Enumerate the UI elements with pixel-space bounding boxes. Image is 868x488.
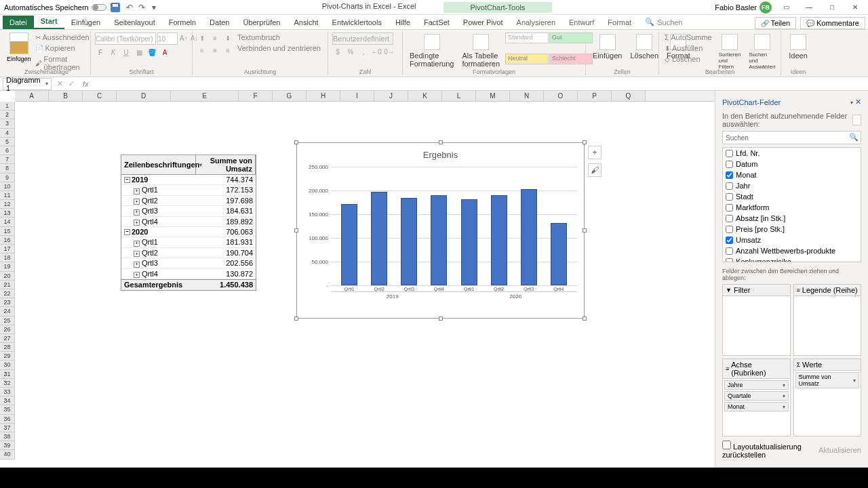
value-field-item[interactable]: Summe von Umsatz ▾ [795,372,860,388]
bold-button[interactable]: F [95,47,106,58]
row-header[interactable]: 39 [0,441,15,450]
wrap-text-button[interactable]: Textumbruch [236,33,322,42]
row-header[interactable]: 19 [0,262,15,271]
column-header[interactable]: M [476,91,510,101]
percent-icon[interactable]: % [345,46,356,57]
row-header[interactable]: 12 [0,200,15,209]
chart-bar[interactable] [461,199,477,285]
decrease-decimal-icon[interactable]: 0→ [384,46,395,57]
increase-font-icon[interactable]: A↑ [179,33,189,43]
field-list-item[interactable]: Marktform [723,202,861,213]
spreadsheet-grid[interactable]: ABCDEFGHIJKLMNOPQ 1234567891011121314151… [0,91,715,467]
column-header[interactable]: B [49,91,83,101]
row-header[interactable]: 13 [0,209,15,218]
tab-view[interactable]: Ansicht [287,16,325,29]
update-button[interactable]: Aktualisieren [818,446,861,454]
chart-title[interactable]: Ergebnis [297,143,584,167]
row-header[interactable]: 31 [0,370,15,379]
redo-button[interactable]: ↷ [136,2,147,13]
row-header[interactable]: 29 [0,352,15,361]
share-button[interactable]: 🔗 Teilen [755,17,797,29]
pivot-table[interactable]: Zeilenbeschriftungen▾ Summe von Umsatz −… [121,155,256,291]
paste-icon[interactable] [9,33,28,54]
pivot-row[interactable]: + Qrtl3202.556 [121,258,256,269]
row-header[interactable]: 40 [0,450,15,459]
row-header[interactable]: 22 [0,289,15,298]
field-search-input[interactable] [722,131,861,144]
pivot-row[interactable]: + Qrtl1172.153 [121,185,256,196]
column-header[interactable]: N [510,91,544,101]
gear-icon[interactable] [852,115,861,125]
column-header[interactable]: P [578,91,612,101]
row-header[interactable]: 24 [0,307,15,316]
row-header[interactable]: 4 [0,129,15,138]
row-header[interactable]: 28 [0,343,15,352]
row-header[interactable]: 15 [0,227,15,236]
tab-formulas[interactable]: Formeln [162,16,203,29]
copy-button[interactable]: 📄 Kopieren [34,43,91,53]
currency-icon[interactable]: $ [332,46,343,57]
column-header[interactable]: E [171,91,239,101]
row-header[interactable]: 6 [0,146,15,155]
tab-file[interactable]: Datei [3,16,34,29]
font-size-select[interactable] [157,33,178,45]
row-header[interactable]: 26 [0,325,15,334]
field-list-item[interactable]: Umsatz [723,235,861,245]
fx-icon[interactable]: fx [80,80,92,88]
row-header[interactable]: 16 [0,236,15,245]
chart-bar[interactable] [341,204,357,286]
delete-cells-button[interactable]: Löschen [627,33,661,74]
chart-bar[interactable] [551,223,567,285]
row-header[interactable]: 18 [0,253,15,262]
chart-styles-button[interactable]: 🖌 [588,163,601,177]
chart-elements-button[interactable]: + [588,146,601,159]
field-list-item[interactable]: Monat [723,169,861,180]
confirm-formula-icon[interactable]: ✓ [68,79,75,88]
border-button[interactable]: ▦ [134,47,144,58]
tab-data[interactable]: Daten [203,16,236,29]
axis-field-item[interactable]: Quartale ▾ [724,391,789,401]
column-header[interactable]: K [408,91,442,101]
row-header[interactable]: 1 [0,102,15,110]
chart-bar[interactable] [491,195,507,285]
tab-start[interactable]: Start [34,14,64,29]
tab-design[interactable]: Entwurf [562,16,601,29]
column-header[interactable]: D [117,91,171,101]
tab-factset[interactable]: FactSet [417,16,456,29]
merge-button[interactable]: Verbinden und zentrieren [236,43,322,53]
tab-help[interactable]: Hilfe [389,16,417,29]
column-header[interactable]: J [374,91,408,101]
chart-bar[interactable] [401,198,417,285]
row-header[interactable]: 11 [0,191,15,200]
pivot-row[interactable]: − 2019744.374 [121,175,256,185]
ideas-button[interactable]: Ideen [785,33,811,61]
field-pane-options-icon[interactable]: ▾ [850,100,853,106]
sort-filter-button[interactable]: Sortieren und Filtern [716,33,743,74]
row-header[interactable]: 35 [0,405,15,414]
pivot-row[interactable]: + Qrtl4130.872 [121,269,256,280]
row-header[interactable]: 23 [0,298,15,307]
row-header[interactable]: 9 [0,174,15,182]
increase-decimal-icon[interactable]: ←0 [371,46,382,57]
pivot-row[interactable]: + Qrtl4189.892 [121,217,256,228]
number-format-select[interactable] [332,33,393,45]
close-icon[interactable]: ✕ [846,1,864,14]
field-list-item[interactable]: Absatz [in Stk.] [723,213,861,224]
tab-powerpivot[interactable]: Power Pivot [456,16,510,29]
values-zone[interactable]: Σ WerteSumme von Umsatz ▾ [793,359,862,436]
row-header[interactable]: 36 [0,415,15,424]
chart-bar[interactable] [371,192,387,285]
autosum-button[interactable]: Σ AutoSumme [663,33,713,42]
insert-cells-button[interactable]: Einfügen [590,33,625,74]
field-list-item[interactable]: Lfd. Nr. [723,148,861,159]
tab-developer[interactable]: Entwicklertools [326,16,389,29]
comments-button[interactable]: 💬 Kommentare [800,17,865,29]
field-list-item[interactable]: Preis [pro Stk.] [723,224,861,235]
autosave-toggle[interactable]: Automatisches Speichern [4,3,106,12]
row-header[interactable]: 7 [0,155,15,164]
font-name-select[interactable] [95,33,156,45]
maximize-icon[interactable]: □ [823,1,841,14]
column-header[interactable]: Q [612,91,646,101]
underline-button[interactable]: U [121,47,132,58]
column-header[interactable]: G [273,91,307,101]
